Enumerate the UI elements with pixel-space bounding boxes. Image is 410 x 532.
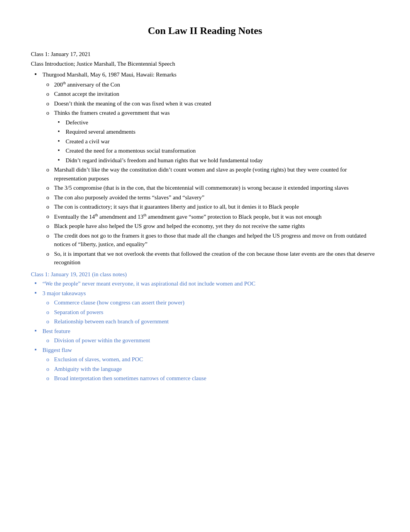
list-item: Doesn’t think the meaning of the con was… <box>54 99 379 108</box>
list-item: Ambiguity with the language <box>54 365 379 374</box>
list-item: Thurgood Marshall, May 6, 1987 Maui, Haw… <box>42 70 379 267</box>
list-item: Defective <box>66 118 379 127</box>
best-feature-label: Best feature <box>42 328 70 334</box>
class2-header: Class 1: January 19, 2021 (in class note… <box>31 270 379 279</box>
class1-intro: Class Introduction; Justice Marshall, Th… <box>31 59 379 68</box>
page-title: Con Law II Reading Notes <box>31 23 379 38</box>
list-item: Commerce clause (how congress can assert… <box>54 298 379 307</box>
class1-header: Class 1: January 17, 2021 <box>31 50 379 59</box>
list-item: Marshall didn’t like the way the constit… <box>54 165 379 183</box>
list-item: Required several amendments <box>66 127 379 136</box>
list-item: “We the people” never meant everyone, it… <box>42 279 379 288</box>
list-item: Separation of powers <box>54 308 379 317</box>
list-item: Exclusion of slaves, women, and POC <box>54 355 379 364</box>
list-item: 200th anniversary of the Con <box>54 80 379 89</box>
list-item: Thinks the framers created a government … <box>54 109 379 165</box>
list-item: Eventually the 14th amendment and 13th a… <box>54 212 379 221</box>
list-item: The con is contradictory; it says that i… <box>54 202 379 211</box>
list-item: The credit does not go to the framers it… <box>54 231 379 249</box>
list-item: The con also purposely avoided the terms… <box>54 193 379 202</box>
list-item: Division of power within the government <box>54 336 379 345</box>
list-item: 3 major takeaways Commerce clause (how c… <box>42 289 379 326</box>
list-item: Best feature Division of power within th… <box>42 327 379 345</box>
list-item: Relationship between each branch of gove… <box>54 317 379 326</box>
takeaways-label: 3 major takeaways <box>42 290 86 296</box>
list-item: The 3/5 compromise (that is in the con, … <box>54 184 379 192</box>
list-item: Biggest flaw Exclusion of slaves, women,… <box>42 346 379 383</box>
list-item: Created the need for a momentous social … <box>66 146 379 155</box>
list-item: So, it is important that we not overlook… <box>54 250 379 267</box>
list-item: Broad interpretation then sometimes narr… <box>54 374 379 383</box>
list-item: Black people have also helped the US gro… <box>54 222 379 231</box>
we-the-people-text: “We the people” never meant everyone, it… <box>42 280 256 287</box>
framers-text: Thinks the framers created a government … <box>54 110 169 116</box>
list-item: Created a civil war <box>66 137 379 146</box>
list-item: Cannot accept the invitation <box>54 90 379 99</box>
list-item: Didn’t regard individual’s freedom and h… <box>66 156 379 165</box>
thurgood-label: Thurgood Marshall, May 6, 1987 Maui, Haw… <box>42 71 176 78</box>
biggest-flaw-label: Biggest flaw <box>42 347 72 353</box>
